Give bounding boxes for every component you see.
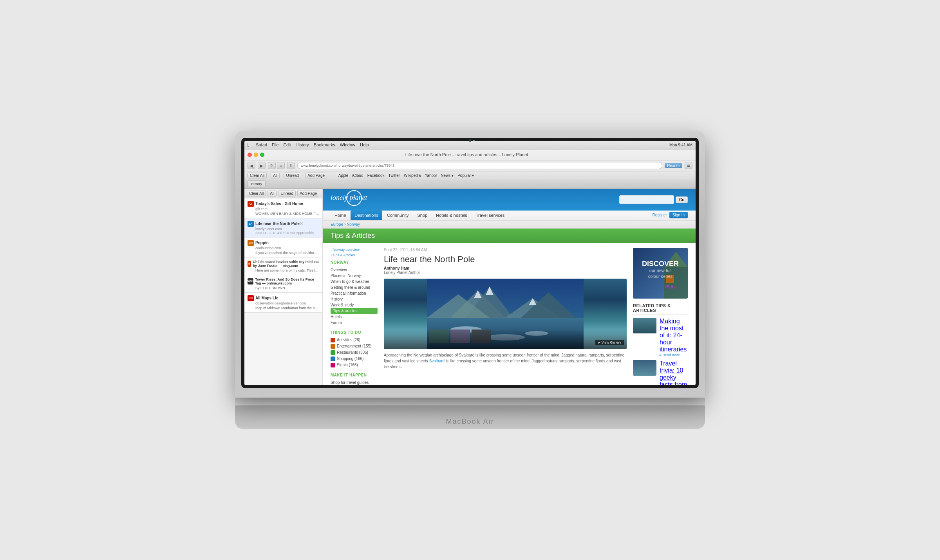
sidebar-add-page[interactable]: Add Page [297,191,319,196]
lp-logo[interactable]: lonely planet ✦ [331,194,367,206]
things-activities[interactable]: Activities (28) [331,337,378,343]
related-title: RELATED TIPS & ARTICLES [633,303,688,315]
svalbard-link[interactable]: Svalbard [429,359,445,363]
lp-search-btn[interactable]: Go [676,196,688,203]
address-bar[interactable]: www.lonelyplanet.com/norway/travel-tips-… [297,162,662,169]
bookmark-yahoo[interactable]: Yahoo! [425,173,437,178]
lp-register[interactable]: Register [653,213,667,217]
home-button[interactable]: ⌂ [277,162,285,169]
ad-content: DISCOVER our new full colour series [639,260,682,279]
menubar-safari[interactable]: Safari [256,142,267,147]
lp-main-content: Sept 22, 2011, 15:54 AM Life near the No… [384,248,627,385]
close-button[interactable] [248,153,252,157]
svg-point-24 [672,286,676,289]
menubar-file[interactable]: File [272,142,279,147]
all-btn[interactable]: All [271,173,280,178]
back-norway-overview[interactable]: ‹ Norway overview [331,248,378,252]
bookmark-apple[interactable]: Apple [338,173,349,178]
nav-hotels[interactable]: Hotels & hostels [432,211,471,220]
feed-item-designobserver[interactable]: DO All Maps Lie observatory.designobserv… [244,293,322,313]
sights-icon [331,363,335,367]
menubar-history[interactable]: History [296,142,309,147]
make-it-happen-title: MAKE IT HAPPEN [331,373,378,377]
nav-home[interactable]: Home [331,211,350,220]
reload-button[interactable]: ↻ [268,162,276,169]
view-gallery-btn[interactable]: ▸ View Gallery [595,340,624,345]
feed-item-gilt[interactable]: G Today's Sales - Gilt Home gilt.com WOM… [244,198,322,218]
related-link-1[interactable]: Travel trivia: 10 geeky facts from aroun… [660,360,687,385]
feed-item-poppin[interactable]: CH Poppin coolhunting.com If you've reac… [244,238,322,257]
article-image[interactable]: ▸ View Gallery [384,279,627,349]
nav-practical[interactable]: Practical information [331,290,378,296]
bookmark-icloud[interactable]: iCloud [352,173,363,178]
shopping-icon [331,357,335,361]
macbook-label: MacBook Air [446,418,494,426]
breadcrumb-europe[interactable]: Europe [331,222,343,227]
feed-item-wsj[interactable]: WSJ Tower Rises, And So Does Its Price T… [244,275,322,293]
related-thumb-1 [633,360,656,376]
nav-travel-services[interactable]: Travel services [472,211,509,220]
clear-all-btn[interactable]: Clear All [248,173,267,178]
lp-advertisement[interactable]: lonely planet [633,248,688,299]
feed-item-etsy[interactable]: E Child's scandinavian softie toy mini c… [244,257,322,275]
lp-section-header: Tips & Articles [323,229,696,243]
bookmark-news[interactable]: News ▾ [441,173,454,178]
related-item-0[interactable]: Making the most of it: 24-hour itinerari… [633,318,688,357]
make-it-happen-section: MAKE IT HAPPEN Shop for travel guides [331,373,378,385]
sidebar-unread[interactable]: Unread [278,191,296,196]
share-button[interactable]: ⬆ [287,162,295,169]
menubar-help[interactable]: Help [360,142,369,147]
nav-destinations[interactable]: Destinations [351,211,382,220]
bookmark-twitter[interactable]: Twitter [389,173,400,178]
nav-history[interactable]: History [331,296,378,302]
reading-sidebar[interactable]: Clear All All Unread Add Page G Today's … [244,189,323,385]
things-sights[interactable]: Sights (166) [331,362,378,368]
feed-close-lp[interactable]: ✕ [300,221,303,226]
feed-title-wsj: WSJ Tower Rises, And So Does Its Price T… [248,277,319,285]
things-entertainment[interactable]: Entertainment (155) [331,343,378,349]
unread-btn[interactable]: Unread [284,173,301,178]
nav-hotels[interactable]: Hotels [331,314,378,320]
menubar-edit[interactable]: Edit [284,142,291,147]
make-it-shop[interactable]: Shop for travel guides [331,380,378,385]
nav-work-study[interactable]: Work & study [331,302,378,308]
menubar-bookmarks[interactable]: Bookmarks [314,142,335,147]
sidebar-toggle[interactable]: ☰ [685,162,692,169]
nav-when-to-go[interactable]: When to go & weather [331,279,378,285]
nav-forum[interactable]: Forum [331,320,378,326]
related-item-1[interactable]: Travel trivia: 10 geeky facts from aroun… [633,360,688,385]
lp-signin[interactable]: Sign In [669,212,688,218]
nav-getting-there[interactable]: Getting there & around [331,285,378,290]
apple-menu[interactable]:  [248,142,249,148]
reader-button[interactable]: Reader [665,163,682,168]
nav-places[interactable]: Places in Norway [331,273,378,279]
bookmark-wikipedia[interactable]: Wikipedia [404,173,421,178]
back-tips-articles[interactable]: ‹ Tips & Articles [331,253,378,257]
web-content: lonely planet ✦ Go [323,189,696,385]
sidebar-clear-all[interactable]: Clear All [247,191,266,196]
tab-history[interactable]: History [248,180,266,187]
breadcrumb-norway[interactable]: Norway [347,222,360,227]
feed-title-etsy: E Child's scandinavian softie toy mini c… [248,260,319,268]
nav-community[interactable]: Community [383,211,413,220]
maximize-button[interactable] [260,153,264,157]
forward-button[interactable]: ▶ [258,162,266,169]
things-restaurants[interactable]: Restaurants (305) [331,349,378,356]
menubar-window[interactable]: Window [340,142,355,147]
nav-shop[interactable]: Shop [414,211,432,220]
bookmark-facebook[interactable]: Facebook [367,173,385,178]
related-link-0[interactable]: Making the most of it: 24-hour itinerari… [660,318,687,353]
feed-item-lonelyplanet[interactable]: LP Life near the North Pole ✕ lonelyplan… [244,218,322,238]
feed-domain-lp: lonelyplanet.com [255,227,319,231]
bookmark-popular[interactable]: Popular ▾ [457,173,474,178]
sidebar-all[interactable]: All [268,191,277,196]
nav-tips-articles[interactable]: Tips & articles [331,308,378,314]
add-page-btn[interactable]: Add Page [305,173,327,178]
minimize-button[interactable] [254,153,258,157]
nav-overview[interactable]: Overview [331,267,378,273]
related-more-0[interactable]: Read more [660,353,688,357]
lp-search-input[interactable] [619,195,674,204]
back-button[interactable]: ◀ [248,162,255,169]
things-shopping[interactable]: Shopping (166) [331,356,378,362]
menu-time: Mon 9:41 AM [669,143,692,147]
